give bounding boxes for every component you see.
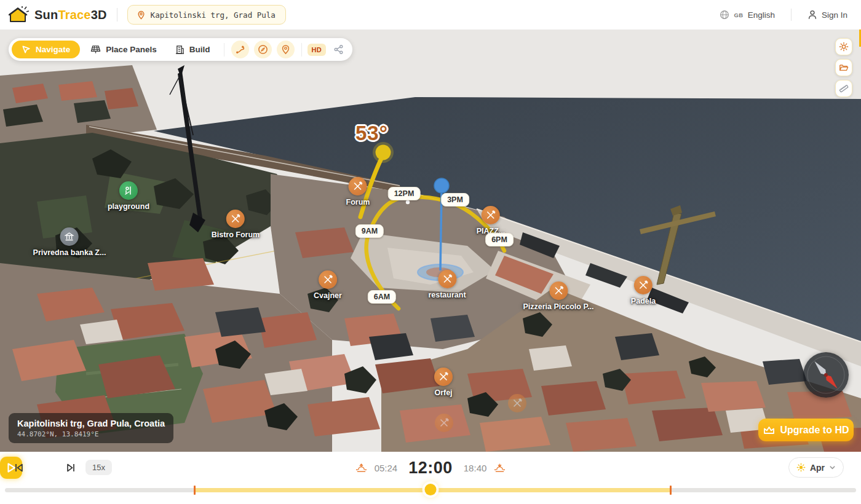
- pin-icon: [280, 44, 291, 55]
- playground-marker-icon[interactable]: [119, 181, 138, 200]
- sun-time-label-6am: 6AM: [368, 290, 396, 304]
- mode-toolbar: Navigate Place Panels Build: [9, 38, 352, 61]
- sun-settings-button[interactable]: [835, 38, 852, 55]
- divider: [301, 43, 302, 57]
- build-label: Build: [189, 45, 210, 54]
- poi-label: Orfej: [434, 388, 452, 397]
- sun-small-icon: [796, 463, 806, 472]
- sun-time-label-9am: 9AM: [355, 224, 384, 238]
- current-time: 12:00: [408, 459, 453, 478]
- poi-bistro-forum[interactable]: Bistro Forum: [212, 210, 260, 239]
- poi-faded[interactable]: [435, 414, 453, 432]
- sign-in-label: Sign In: [822, 10, 847, 20]
- sunrise-time: 05:24: [375, 463, 398, 473]
- poi-padela[interactable]: Padela: [631, 276, 656, 305]
- language-selector[interactable]: GB English: [720, 10, 775, 20]
- restaurant-marker-icon[interactable]: [634, 276, 653, 294]
- time-slider[interactable]: [0, 484, 861, 495]
- location-title: Kapitolinski trg, Grad Pula, Croatia: [17, 419, 165, 428]
- sunrise-icon: [355, 463, 367, 473]
- poi-pizzeria-piccolo-p[interactable]: Pizzeria Piccolo P...: [523, 282, 593, 311]
- building-icon: [175, 45, 184, 55]
- navigate-button[interactable]: Navigate: [12, 41, 80, 58]
- poi-playground[interactable]: playground: [108, 181, 149, 211]
- folder-open-icon: [839, 63, 849, 73]
- share-button[interactable]: [333, 44, 344, 55]
- sunset-time: 18:40: [464, 463, 487, 473]
- poi-label: Forum: [346, 198, 370, 207]
- poi-orfej[interactable]: Orfej: [434, 368, 453, 397]
- sun-time-label-6pm: 6PM: [485, 233, 514, 246]
- restaurant-marker-icon[interactable]: [226, 210, 245, 228]
- compass-tool-button[interactable]: [254, 41, 272, 58]
- sun-time-label-3pm: 3PM: [441, 193, 469, 207]
- restaurant-marker-icon[interactable]: [482, 206, 500, 224]
- poi-piazz[interactable]: PIAZZ...: [477, 206, 506, 235]
- sun-time-label-12pm: 12PM: [388, 187, 421, 200]
- sunrise-tick: [194, 486, 196, 495]
- place-panels-button[interactable]: Place Panels: [82, 41, 165, 58]
- month-label: Apr: [810, 463, 825, 473]
- share-icon: [333, 44, 344, 55]
- poi-label: restaurant: [428, 291, 466, 299]
- divider: [117, 8, 117, 22]
- sun-elevation-label: 53°: [355, 122, 388, 145]
- poi-label: Padela: [631, 297, 656, 305]
- poi-cvajner[interactable]: Cvajner: [314, 270, 342, 300]
- compass[interactable]: [803, 352, 849, 398]
- timeline-bar: 15x 05:24 12:00 18:40: [0, 452, 861, 504]
- build-button[interactable]: Build: [167, 41, 218, 58]
- sunset-icon: [494, 463, 506, 473]
- top-bar: SunTrace3D GB English Sign In: [0, 0, 861, 30]
- hd-quality-badge[interactable]: HD: [308, 44, 327, 56]
- restaurant-marker-icon[interactable]: [319, 270, 337, 289]
- poi-faded[interactable]: [508, 394, 526, 412]
- map-pin-icon: [137, 10, 146, 20]
- restaurant-marker-icon[interactable]: [508, 394, 526, 412]
- ruler-icon: [839, 84, 849, 93]
- poi-privredna-banka-z[interactable]: Privredna banka Z...: [33, 227, 106, 257]
- location-coordinates: 44.8702°N, 13.8419°E: [17, 430, 165, 438]
- upgrade-label: Upgrade to HD: [780, 425, 849, 436]
- restaurant-marker-icon[interactable]: [349, 177, 367, 195]
- search-input[interactable]: [151, 10, 277, 20]
- user-icon: [807, 10, 817, 20]
- app-logo[interactable]: SunTrace3D: [0, 6, 107, 24]
- poi-label: Bistro Forum: [212, 230, 260, 239]
- divider: [791, 9, 792, 21]
- map-3d-viewport[interactable]: 53° 6AM9AM12PM3PM6PM playgroundPrivredna…: [0, 30, 861, 452]
- bank-marker-icon[interactable]: [60, 227, 79, 246]
- house-sun-logo-icon: [9, 6, 30, 24]
- restaurant-marker-icon[interactable]: [434, 368, 453, 386]
- month-selector[interactable]: Apr: [788, 457, 844, 478]
- solar-panel-icon: [90, 45, 101, 54]
- location-search[interactable]: [127, 5, 286, 25]
- chevron-down-icon: [829, 464, 836, 471]
- poi-label: playground: [108, 202, 149, 211]
- restaurant-marker-icon[interactable]: [435, 414, 453, 432]
- poi-forum[interactable]: Forum: [346, 177, 370, 207]
- sunset-tick: [670, 486, 672, 495]
- poi-label: Privredna banka Z...: [33, 248, 106, 257]
- globe-icon: [720, 10, 729, 20]
- sun-icon: [839, 42, 849, 52]
- divider: [224, 43, 224, 57]
- sun-path-tool-button[interactable]: [231, 41, 249, 58]
- place-panels-label: Place Panels: [106, 45, 157, 54]
- app-title: SunTrace3D: [34, 8, 107, 22]
- language-code: GB: [734, 12, 743, 18]
- time-slider-handle[interactable]: [425, 484, 437, 495]
- restaurant-marker-icon[interactable]: [438, 270, 456, 288]
- poi-restaurant[interactable]: restaurant: [428, 270, 466, 299]
- measure-button[interactable]: [835, 80, 852, 97]
- open-project-button[interactable]: [835, 59, 852, 76]
- location-tool-button[interactable]: [277, 41, 295, 58]
- city-3d-scene: [0, 30, 861, 452]
- location-info-chip: Kapitolinski trg, Grad Pula, Croatia 44.…: [9, 413, 173, 443]
- navigate-label: Navigate: [36, 45, 70, 54]
- cursor-icon: [22, 45, 31, 54]
- sign-in-button[interactable]: Sign In: [807, 10, 847, 20]
- upgrade-to-hd-button[interactable]: Upgrade to HD: [758, 419, 854, 441]
- route-icon: [235, 44, 245, 55]
- restaurant-marker-icon[interactable]: [549, 282, 568, 300]
